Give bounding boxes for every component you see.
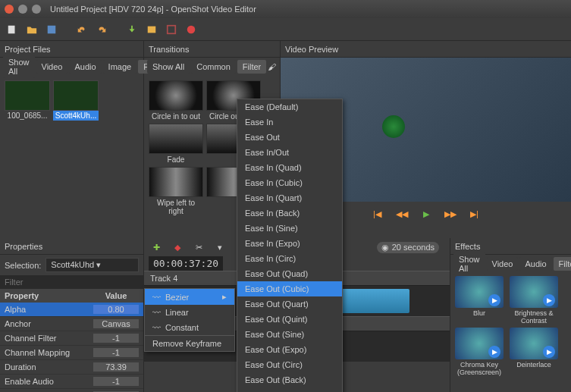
- property-row-enable-audio[interactable]: Enable Audio-1: [0, 375, 143, 389]
- window-title: Untitled Project [HDV 720 24p] - OpenSho…: [50, 5, 256, 14]
- properties-filter-input[interactable]: [0, 275, 143, 289]
- redo-button[interactable]: [94, 22, 109, 37]
- tab-show-all[interactable]: Show All: [3, 55, 35, 78]
- open-project-button[interactable]: [24, 22, 39, 37]
- menu-item-constant[interactable]: 〰 Constant: [145, 320, 234, 335]
- effects-panel: Effects Show AllVideoAudioFilter🖌 BlurBr…: [450, 238, 571, 392]
- timeline-zoom-duration[interactable]: ◉ 20 seconds: [377, 242, 439, 253]
- menu-item-easing[interactable]: Ease Out (Quart): [237, 296, 342, 312]
- timeline-add-track-button[interactable]: ✚: [149, 240, 164, 255]
- timeline-razor-button[interactable]: ✂: [191, 240, 206, 255]
- tab-common[interactable]: Common: [191, 60, 236, 74]
- menu-item-easing[interactable]: Ease (Default): [237, 99, 342, 114]
- menu-item-easing[interactable]: Ease In (Quad): [237, 160, 342, 175]
- menu-item-easing[interactable]: Ease Out (Circ): [237, 357, 342, 372]
- menu-item-easing[interactable]: Ease Out (Quint): [237, 312, 342, 327]
- menu-item-easing[interactable]: Ease In/Out (Quad): [237, 387, 342, 392]
- property-row-anchor[interactable]: AnchorCanvas: [0, 317, 143, 331]
- easing-submenu: Ease (Default)Ease InEase OutEase In/Out…: [237, 99, 343, 392]
- effect-item[interactable]: Deinterlace: [508, 328, 560, 376]
- save-project-button[interactable]: [44, 22, 59, 37]
- property-row-enable-video[interactable]: Enable Video-1: [0, 389, 143, 392]
- import-button[interactable]: [124, 22, 140, 37]
- jump-end-button[interactable]: ▶|: [467, 206, 482, 221]
- export-button[interactable]: [184, 22, 199, 37]
- property-row-alpha[interactable]: Alpha0.80: [0, 303, 143, 317]
- curve-icon: 〰: [152, 323, 161, 332]
- svg-rect-0: [8, 25, 15, 33]
- menu-item-easing[interactable]: Ease Out (Cubic): [237, 281, 342, 296]
- tab-filter[interactable]: Filter: [554, 257, 571, 271]
- transition-item[interactable]: Wipe left to right: [149, 167, 203, 215]
- property-row-channel-mapping[interactable]: Channel Mapping-1: [0, 346, 143, 360]
- properties-title: Properties: [5, 242, 42, 251]
- menu-item-easing[interactable]: Ease In (Back): [237, 205, 342, 221]
- menu-item-easing[interactable]: Ease In (Quart): [237, 190, 342, 205]
- menu-item-easing[interactable]: Ease In/Out: [237, 145, 342, 160]
- window-minimize-button[interactable]: [18, 5, 27, 14]
- transition-item[interactable]: Circle in to out: [149, 80, 203, 121]
- svg-point-4: [187, 25, 196, 33]
- svg-rect-2: [148, 26, 156, 33]
- jump-start-button[interactable]: |◀: [370, 206, 385, 221]
- window-close-button[interactable]: [5, 5, 14, 14]
- window-maximize-button[interactable]: [32, 5, 41, 14]
- selection-label: Selection:: [5, 261, 41, 270]
- property-row-channel-filter[interactable]: Channel Filter-1: [0, 331, 143, 346]
- menu-item-remove-keyframe[interactable]: Remove Keyframe: [145, 335, 234, 351]
- tab-show-all[interactable]: Show All: [147, 60, 190, 74]
- menu-item-easing[interactable]: Ease Out: [237, 130, 342, 145]
- timeline-snap-button[interactable]: ◆: [170, 240, 185, 255]
- tab-image[interactable]: Image: [103, 60, 137, 74]
- transition-item[interactable]: Fade: [149, 124, 203, 164]
- tab-video[interactable]: Video: [36, 60, 68, 74]
- curve-icon: 〰: [152, 293, 161, 302]
- properties-header: PropertyValue: [0, 289, 143, 303]
- menu-item-linear[interactable]: 〰 Linear: [145, 305, 234, 320]
- keyframe-context-menu: 〰 Bezier〰 Linear〰 ConstantRemove Keyfram…: [144, 288, 235, 352]
- effect-item[interactable]: Brightness & Contrast: [508, 276, 560, 325]
- properties-panel: Properties Selection: Scott4kUhd ▾ Prope…: [0, 238, 144, 392]
- project-files-title: Project Files: [5, 45, 51, 54]
- tab-video[interactable]: Video: [487, 257, 519, 271]
- undo-button[interactable]: [74, 22, 89, 37]
- svg-rect-1: [48, 25, 56, 33]
- curve-icon: 〰: [152, 308, 161, 317]
- tab-audio[interactable]: Audio: [69, 60, 101, 74]
- project-file-item[interactable]: Scott4kUh...: [53, 80, 99, 121]
- menu-item-bezier[interactable]: 〰 Bezier: [145, 289, 234, 305]
- play-button[interactable]: ▶: [419, 206, 434, 221]
- timeline-panel: ✚ ◆ ✂ ▾ ◀ ▶ ⊙ ◉ 20 seconds 00:00:37:20 T…: [144, 238, 450, 392]
- rewind-button[interactable]: ◀◀: [394, 206, 409, 221]
- timeline-marker-button[interactable]: ▾: [212, 240, 227, 255]
- menu-item-easing[interactable]: Ease Out (Quad): [237, 266, 342, 281]
- new-project-button[interactable]: [5, 22, 20, 37]
- property-row-duration[interactable]: Duration73.39: [0, 360, 143, 375]
- menu-item-easing[interactable]: Ease In (Expo): [237, 236, 342, 251]
- effect-item[interactable]: Chroma Key (Greenscreen): [453, 328, 505, 376]
- tab-audio[interactable]: Audio: [519, 257, 551, 271]
- menu-item-easing[interactable]: Ease In (Cubic): [237, 175, 342, 190]
- menu-item-easing[interactable]: Ease Out (Expo): [237, 342, 342, 357]
- brush-icon[interactable]: 🖌: [268, 62, 276, 71]
- menu-item-easing[interactable]: Ease In (Sine): [237, 221, 342, 236]
- fullscreen-button[interactable]: [164, 22, 179, 37]
- svg-rect-3: [168, 25, 176, 33]
- tab-show-all[interactable]: Show All: [453, 252, 485, 275]
- menu-item-easing[interactable]: Ease In: [237, 114, 342, 130]
- menu-item-easing[interactable]: Ease In (Circ): [237, 251, 342, 266]
- effects-title: Effects: [455, 242, 480, 251]
- selection-dropdown[interactable]: Scott4kUhd ▾: [45, 258, 139, 272]
- video-preview-title: Video Preview: [285, 45, 338, 54]
- project-file-item[interactable]: 100_0685...: [5, 80, 50, 121]
- menu-item-easing[interactable]: Ease Out (Sine): [237, 327, 342, 342]
- tab-filter[interactable]: Filter: [237, 60, 266, 74]
- titlebar: Untitled Project [HDV 720 24p] - OpenSho…: [0, 0, 571, 18]
- effect-item[interactable]: Blur: [453, 276, 505, 325]
- profile-button[interactable]: [144, 22, 159, 37]
- fastforward-button[interactable]: ▶▶: [443, 206, 458, 221]
- menu-item-easing[interactable]: Ease Out (Back): [237, 372, 342, 387]
- transitions-title: Transitions: [149, 45, 189, 54]
- project-files-panel: Project Files Show AllVideoAudioImageFil…: [0, 41, 144, 238]
- timecode-display: 00:00:37:20: [149, 256, 223, 271]
